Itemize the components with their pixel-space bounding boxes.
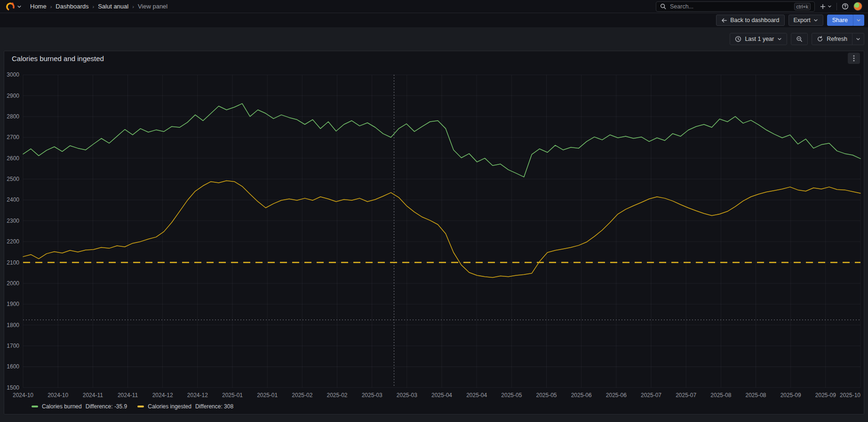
svg-text:3000: 3000 [7, 71, 19, 78]
svg-text:2025-01: 2025-01 [222, 392, 243, 399]
chevron-down-icon [813, 18, 818, 23]
svg-text:2024-12: 2024-12 [152, 392, 173, 399]
share-dropdown-button[interactable] [853, 15, 864, 26]
share-button[interactable]: Share [827, 15, 853, 26]
svg-text:2025-09: 2025-09 [815, 392, 836, 399]
search-placeholder: Search... [670, 3, 790, 10]
grafana-logo [6, 2, 15, 11]
refresh-label: Refresh [827, 36, 847, 42]
svg-text:2024-11: 2024-11 [118, 392, 138, 399]
legend-calc-label: Difference: [195, 403, 223, 410]
panel-menu-button[interactable] [848, 53, 860, 64]
svg-text:2600: 2600 [7, 155, 19, 162]
top-chrome: Home › Dashboards › Salut anual › View p… [0, 0, 868, 27]
breadcrumb-separator: › [50, 4, 52, 9]
nav-right: Search... ctrl+k [656, 1, 862, 12]
svg-text:2025-08: 2025-08 [710, 392, 731, 399]
svg-text:2025-06: 2025-06 [571, 392, 592, 399]
panel-title: Calories burned and ingested [12, 55, 104, 63]
nav-bar: Home › Dashboards › Salut anual › View p… [0, 0, 868, 13]
plus-icon [820, 3, 826, 10]
svg-text:2300: 2300 [7, 218, 19, 224]
divider [836, 3, 837, 10]
breadcrumb-separator: › [92, 4, 94, 9]
svg-text:2025-06: 2025-06 [606, 392, 627, 399]
breadcrumb-home[interactable]: Home [30, 3, 47, 10]
breadcrumb-view-panel: View panel [138, 3, 167, 10]
svg-text:2200: 2200 [7, 238, 19, 245]
refresh-split-button: Refresh [812, 33, 864, 45]
svg-text:2025-03: 2025-03 [397, 392, 417, 399]
svg-text:1600: 1600 [7, 363, 19, 370]
breadcrumb-dashboard-name[interactable]: Salut anual [98, 3, 128, 10]
chevron-down-icon [777, 37, 782, 41]
svg-text:2025-05: 2025-05 [536, 392, 557, 399]
clock-icon [735, 36, 741, 42]
time-range-picker[interactable]: Last 1 year [730, 33, 787, 45]
legend: Calories burned Difference: -35.9 Calori… [4, 402, 864, 414]
legend-item-ingested[interactable]: Calories ingested Difference: 308 [137, 403, 233, 410]
svg-text:2024-11: 2024-11 [83, 392, 103, 399]
chevron-down-icon [856, 37, 860, 41]
svg-text:2100: 2100 [7, 259, 19, 266]
legend-swatch-burned [32, 406, 38, 407]
svg-text:2024-10: 2024-10 [48, 392, 68, 399]
svg-text:2025-02: 2025-02 [292, 392, 312, 399]
svg-text:2025-08: 2025-08 [745, 392, 766, 399]
search-shortcut: ctrl+k [794, 3, 811, 10]
legend-calc-label: Difference: [86, 403, 113, 410]
legend-calc-value: -35.9 [114, 403, 127, 410]
new-menu-button[interactable] [820, 3, 832, 10]
svg-text:2900: 2900 [7, 93, 19, 99]
org-switcher[interactable] [6, 2, 22, 11]
refresh-icon [817, 36, 823, 42]
legend-calc-value: 308 [224, 403, 233, 410]
panel-header: Calories burned and ingested [4, 51, 864, 64]
chart-area: 3000290028002700260025002400230022002100… [4, 64, 864, 402]
timeseries-panel: Calories burned and ingested 30002900280… [4, 51, 864, 414]
svg-text:2025-04: 2025-04 [466, 392, 487, 399]
svg-text:2024-12: 2024-12 [187, 392, 208, 399]
svg-text:2025-05: 2025-05 [501, 392, 522, 399]
help-icon [842, 3, 849, 10]
back-to-dashboard-label: Back to dashboard [730, 17, 779, 23]
svg-text:2025-07: 2025-07 [641, 392, 661, 399]
svg-text:1900: 1900 [7, 301, 19, 307]
svg-text:2025-04: 2025-04 [431, 392, 452, 399]
arrow-left-icon [721, 17, 727, 23]
svg-text:2400: 2400 [7, 196, 19, 203]
svg-text:1700: 1700 [7, 343, 19, 349]
share-label: Share [832, 17, 848, 23]
svg-text:2025-01: 2025-01 [257, 392, 278, 399]
svg-text:2025-09: 2025-09 [780, 392, 801, 399]
svg-text:2025-10: 2025-10 [840, 392, 860, 399]
breadcrumb-dashboards[interactable]: Dashboards [56, 3, 88, 10]
timeseries-chart[interactable]: 3000290028002700260025002400230022002100… [4, 64, 864, 402]
legend-item-burned[interactable]: Calories burned Difference: -35.9 [32, 403, 127, 410]
user-avatar[interactable] [853, 2, 862, 11]
zoom-out-button[interactable] [791, 33, 808, 45]
svg-text:2025-07: 2025-07 [676, 392, 696, 399]
zoom-out-icon [796, 36, 803, 42]
view-panel-toolbar: Back to dashboard Export Share [0, 13, 868, 27]
time-controls: Last 1 year Refresh [730, 33, 864, 45]
back-to-dashboard-button[interactable]: Back to dashboard [716, 15, 784, 26]
svg-text:2800: 2800 [7, 113, 19, 120]
export-label: Export [794, 17, 811, 23]
svg-text:2024-10: 2024-10 [13, 392, 33, 399]
chevron-down-icon [17, 4, 22, 9]
refresh-interval-dropdown[interactable] [852, 33, 864, 45]
chevron-down-icon [856, 18, 861, 23]
svg-text:1800: 1800 [7, 322, 19, 328]
help-button[interactable] [842, 3, 849, 10]
svg-text:1500: 1500 [7, 384, 19, 391]
export-button[interactable]: Export [788, 15, 823, 26]
legend-label-ingested: Calories ingested [148, 403, 191, 410]
refresh-button[interactable]: Refresh [812, 33, 852, 45]
svg-text:2500: 2500 [7, 176, 19, 182]
share-split-button: Share [827, 15, 864, 26]
chevron-down-icon [828, 4, 832, 8]
search-input[interactable]: Search... ctrl+k [656, 1, 815, 12]
legend-swatch-ingested [137, 406, 144, 407]
svg-text:2700: 2700 [7, 134, 19, 141]
